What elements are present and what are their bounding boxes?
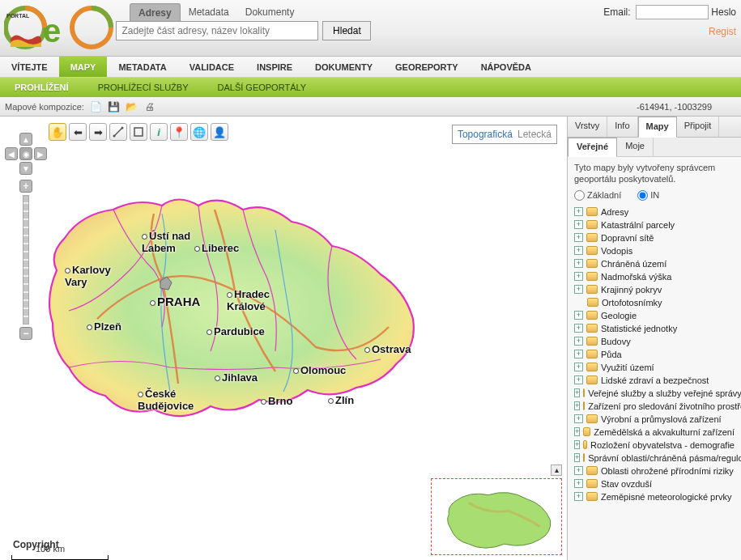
tree-item[interactable]: +Půda [574, 348, 735, 361]
tree-item[interactable]: +Adresy [574, 206, 735, 218]
tree-item[interactable]: +Vodopis [574, 244, 735, 257]
expand-icon[interactable]: + [574, 466, 583, 475]
pan-tool-icon[interactable]: ✋ [49, 123, 66, 141]
tree-item[interactable]: +Budovy [574, 335, 735, 348]
nav-dokumenty[interactable]: DOKUMENTY [304, 57, 384, 77]
tree-item[interactable]: +Zařízení pro sledování životního prostř… [574, 400, 735, 413]
side-tab-připojit[interactable]: Připojit [677, 117, 720, 137]
logo[interactable]: PORTAL e [0, 0, 121, 55]
tree-item[interactable]: +Veřejné služby a služby veřejné správy [574, 387, 735, 400]
expand-icon[interactable]: + [574, 272, 583, 281]
expand-icon[interactable]: + [574, 285, 583, 294]
subnav-item[interactable]: PROHLÍŽENÍ [0, 83, 83, 92]
expand-icon[interactable]: + [574, 311, 583, 320]
tree-item[interactable]: +Zemědělská a akvakulturní zařízení [574, 426, 735, 439]
nav-inspire[interactable]: INSPIRE [245, 57, 304, 77]
expand-icon[interactable]: + [574, 492, 583, 501]
header: PORTAL e Adresy Metadata Dokumenty Hleda… [0, 0, 741, 57]
map-panel[interactable]: ✋ ⬅ ➡ i 📍 🌐 👤 Topografická Letecká ▲ ▼ ◀… [0, 117, 567, 560]
city-dot-icon [293, 368, 299, 374]
overview-map[interactable] [431, 478, 562, 555]
marker-icon[interactable]: 📍 [170, 123, 188, 141]
tree-item[interactable]: +Rozložení obyvatelstva - demografie [574, 439, 735, 452]
save-comp-icon[interactable]: 💾 [107, 100, 121, 114]
map-canvas[interactable] [8, 149, 429, 448]
email-field[interactable] [636, 5, 709, 19]
tree-item[interactable]: +Správní oblasti/chráněná pásma/regulova… [574, 452, 735, 465]
expand-icon[interactable]: + [574, 479, 583, 488]
layer-aerial[interactable]: Letecká [517, 129, 551, 140]
tree-label: Zeměpisné meteorologické prvky [601, 492, 731, 502]
tree-item[interactable]: +Stav ovzduší [574, 477, 735, 490]
filter-inspire[interactable]: IN [637, 190, 659, 201]
print-icon[interactable]: 🖨 [143, 100, 157, 114]
expand-icon[interactable]: + [574, 375, 583, 384]
new-comp-icon[interactable]: 📄 [89, 100, 104, 114]
expand-icon[interactable]: + [574, 246, 583, 255]
subnav-item[interactable]: DALŠÍ GEOPORTÁLY [202, 83, 321, 92]
expand-icon[interactable]: + [574, 259, 583, 268]
expand-icon[interactable]: + [574, 207, 583, 216]
expand-icon[interactable]: + [574, 350, 583, 358]
expand-icon[interactable]: + [574, 324, 583, 333]
tree-label: Zemědělská a akvakulturní zařízení [594, 427, 735, 437]
tree-item[interactable]: +Statistické jednotky [574, 322, 735, 335]
register-link[interactable]: Regist [709, 26, 736, 37]
open-comp-icon[interactable]: 📂 [125, 100, 139, 114]
nav-mapy[interactable]: MAPY [59, 57, 108, 77]
side-subtab-veřejné[interactable]: Veřejné [568, 138, 617, 157]
side-tab-vrstvy[interactable]: Vrstvy [568, 117, 607, 137]
top-tab-dokumenty[interactable]: Dokumenty [237, 3, 303, 22]
expand-icon[interactable]: + [574, 453, 580, 462]
search-button[interactable]: Hledat [322, 21, 371, 40]
pan-up[interactable]: ▲ [19, 133, 32, 146]
expand-icon[interactable]: + [574, 233, 583, 242]
back-icon[interactable]: ⬅ [69, 123, 87, 141]
side-tab-mapy[interactable]: Mapy [638, 117, 677, 138]
tree-item[interactable]: +Chráněná území [574, 257, 735, 270]
search-box: Hledat [116, 21, 371, 40]
top-tab-adresy[interactable]: Adresy [130, 3, 181, 22]
nav-validace[interactable]: VALIDACE [178, 57, 245, 77]
overview-toggle-icon[interactable]: ▴ [551, 465, 562, 476]
composition-label: Mapové kompozice: [5, 102, 84, 112]
filter-basic[interactable]: Základní [574, 190, 621, 201]
city-dot-icon [215, 375, 220, 381]
search-input[interactable] [116, 21, 318, 40]
top-tab-metadata[interactable]: Metadata [181, 3, 237, 22]
nav-georeporty[interactable]: GEOREPORTY [384, 57, 470, 77]
side-subtab-moje[interactable]: Moje [617, 138, 654, 156]
measure-line-icon[interactable] [109, 123, 127, 141]
person-icon[interactable]: 👤 [211, 123, 228, 141]
tree-item[interactable]: +Zeměpisné meteorologické prvky [574, 490, 735, 503]
tree-item[interactable]: +Dopravní sítě [574, 231, 735, 244]
nav-metadata[interactable]: METADATA [107, 57, 177, 77]
tree-item[interactable]: +Lidské zdraví a bezpečnost [574, 374, 735, 387]
expand-icon[interactable]: + [574, 427, 580, 436]
nav-nápověda[interactable]: NÁPOVĚDA [470, 57, 543, 77]
tree-item[interactable]: +Oblasti ohrožené přírodními riziky [574, 465, 735, 477]
expand-icon[interactable]: + [574, 401, 580, 410]
tree-item[interactable]: +Krajinný pokryv [574, 283, 735, 296]
tree-item[interactable]: Ortofotosnímky [587, 296, 735, 309]
layer-topo[interactable]: Topografická [458, 129, 513, 140]
expand-icon[interactable]: + [574, 440, 580, 449]
tree-item[interactable]: +Výrobní a průmyslová zařízení [574, 413, 735, 426]
expand-icon[interactable]: + [574, 388, 580, 397]
expand-icon[interactable]: + [574, 337, 583, 346]
tree-item[interactable]: +Geologie [574, 309, 735, 322]
expand-icon[interactable]: + [574, 363, 583, 371]
measure-area-icon[interactable] [130, 123, 147, 141]
info-tool-icon[interactable]: i [150, 123, 168, 141]
tree-item[interactable]: +Nadmořská výška [574, 270, 735, 283]
globe-icon[interactable]: 🌐 [190, 123, 208, 141]
tree-item[interactable]: +Využití území [574, 361, 735, 374]
side-tab-info[interactable]: Info [607, 117, 637, 137]
expand-icon[interactable]: + [574, 414, 583, 423]
tree-item[interactable]: +Katastrální parcely [574, 218, 735, 231]
tree-label: Krajinný pokryv [601, 285, 662, 295]
forward-icon[interactable]: ➡ [89, 123, 107, 141]
nav-vítejte[interactable]: VÍTEJTE [0, 57, 59, 77]
subnav-item[interactable]: PROHLÍŽECÍ SLUŽBY [83, 83, 203, 92]
expand-icon[interactable]: + [574, 220, 583, 229]
